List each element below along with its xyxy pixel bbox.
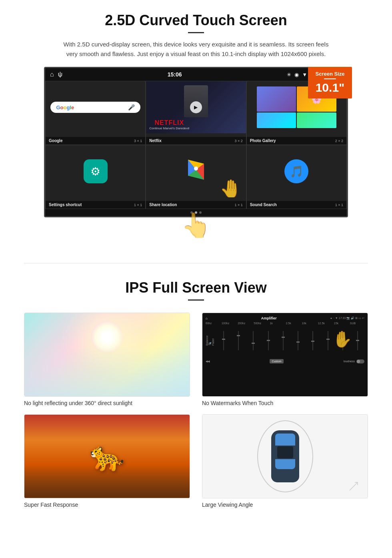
google-label-name: Google — [49, 138, 62, 143]
eq-col-6 — [291, 325, 304, 357]
sunlight-visual — [24, 313, 190, 396]
loudness-toggle[interactable] — [356, 359, 364, 363]
status-left-icons: ⌂ ψ — [50, 71, 62, 78]
eq-thumb-8 — [326, 339, 330, 340]
toggle-knob — [357, 360, 360, 363]
sound-search-label-name: Sound Search — [250, 203, 277, 207]
section2-title: IPS Full Screen View — [24, 279, 368, 296]
eq-thumb-2 — [237, 335, 240, 336]
status-bar: ⌂ ψ 15:06 ✳ ◉ ▼ 📷 🔊 ⊠ ▭ — [45, 68, 347, 81]
google-app-inner: Google 🎤 — [46, 81, 145, 133]
feature-sunlight-image — [24, 313, 190, 397]
settings-app-label: Settings shortcut 1 × 1 — [46, 201, 145, 209]
eq-col-3 — [247, 325, 260, 357]
gallery-thumb-1 — [257, 86, 296, 112]
section1-desc: With 2.5D curved-display screen, this de… — [60, 40, 332, 59]
section1-title: 2.5D Curved Touch Screen — [24, 12, 368, 29]
netflix-bg: ▶ NETFLIX Continue Marvel's Daredevil — [146, 81, 246, 133]
hand-pointer-icon: 👆 — [24, 211, 368, 239]
feature-sunlight-caption: No light reflecting under 360° direct su… — [24, 400, 190, 406]
device-screen: ⌂ ψ 15:06 ✳ ◉ ▼ 📷 🔊 ⊠ ▭ — [44, 67, 348, 217]
feature-cheetah-caption: Super Fast Response — [24, 502, 190, 508]
netflix-app-label: Netflix 3 × 2 — [146, 137, 246, 145]
car-windshield — [275, 434, 295, 446]
share-location-label: Share location 1 × 1 — [146, 201, 246, 209]
sky-gradient — [24, 346, 190, 396]
sound-search-inner: 🎵 — [247, 145, 346, 197]
feature-car-caption: Large Viewing Angle — [202, 502, 368, 508]
sound-search-label-size: 1 × 1 — [335, 203, 343, 207]
section-ips-screen: IPS Full Screen View No light reflecting… — [0, 275, 392, 520]
netflix-app-inner: ▶ NETFLIX Continue Marvel's Daredevil — [146, 81, 246, 133]
eq-track-6 — [298, 331, 298, 350]
status-time: 15:06 — [62, 71, 287, 78]
feature-amplifier: ⌂ Amplifier ● ·· ▼ 17:33 📷 🔊 ⊠ ▭ ↩ 60hz … — [202, 313, 368, 406]
screen-size-badge: Screen Size 10.1" — [308, 67, 352, 98]
netflix-logo: NETFLIX — [149, 119, 189, 126]
share-location-label-size: 1 × 1 — [234, 203, 242, 207]
amp-footer: ◀◀ Custom loudness — [206, 359, 364, 363]
gallery-label-size: 2 × 2 — [335, 139, 343, 143]
feature-sunlight: No light reflecting under 360° direct su… — [24, 313, 190, 406]
gallery-label-name: Photo Gallery — [250, 138, 276, 143]
feature-grid: No light reflecting under 360° direct su… — [24, 313, 368, 508]
car-rear-window — [275, 459, 295, 469]
car-roof — [277, 446, 293, 458]
eq-col-2 — [232, 325, 245, 357]
amp-header: ⌂ Amplifier ● ·· ▼ 17:33 📷 🔊 ⊠ ▭ ↩ — [206, 316, 364, 320]
google-logo: Google — [56, 104, 74, 110]
share-location-app-cell[interactable]: 🤚 Share location 1 × 1 — [146, 145, 246, 209]
section2-title-underline — [188, 299, 204, 301]
settings-app-inner: ⚙ — [46, 145, 145, 197]
badge-title: Screen Size — [311, 71, 349, 77]
feature-amplifier-caption: No Watermarks When Touch — [202, 400, 368, 406]
amp-custom-button[interactable]: Custom — [270, 359, 283, 363]
wifi-icon: ▼ — [302, 72, 307, 78]
cheetah-visual: 🐆 — [24, 415, 190, 498]
amp-home-icon: ⌂ — [206, 317, 208, 320]
section-curved-touch: 2.5D Curved Touch Screen With 2.5D curve… — [0, 0, 392, 251]
location-icon: ◉ — [294, 72, 299, 78]
settings-label-size: 1 × 1 — [134, 203, 142, 207]
eq-col-10 — [351, 325, 364, 357]
title-underline — [188, 32, 204, 33]
google-search-bar: Google 🎤 — [50, 102, 140, 113]
netflix-subtitle: Continue Marvel's Daredevil — [149, 126, 189, 130]
car-body — [271, 430, 299, 482]
loudness-label: loudness — [344, 360, 355, 363]
netflix-label-size: 3 × 2 — [234, 139, 242, 143]
settings-icon: ⚙ — [84, 159, 108, 183]
eq-track-3 — [253, 331, 254, 350]
sound-search-label: Sound Search 1 × 1 — [247, 201, 346, 209]
svg-point-4 — [194, 167, 198, 171]
feature-cheetah-image: 🐆 — [24, 414, 190, 498]
feature-car: Large Viewing Angle — [202, 414, 368, 508]
gallery-app-label: Photo Gallery 2 × 2 — [247, 137, 346, 145]
amp-loudness-control: loudness — [344, 359, 364, 363]
hand-pointer-area: 👆 — [24, 211, 368, 243]
share-location-inner: 🤚 — [146, 145, 246, 197]
gallery-thumb-4 — [297, 112, 336, 128]
eq-thumb-1 — [222, 339, 225, 340]
sound-search-app-cell[interactable]: 🎵 Sound Search 1 × 1 — [246, 145, 347, 209]
netflix-app-cell[interactable]: ▶ NETFLIX Continue Marvel's Daredevil Ne… — [146, 81, 246, 145]
eq-track-8 — [328, 331, 328, 350]
google-app-cell[interactable]: Google 🎤 Google 3 × 1 — [45, 81, 146, 145]
amp-status-icons: ● ·· ▼ 17:33 📷 🔊 ⊠ ▭ ↩ — [330, 317, 364, 320]
eq-thumb-7 — [311, 341, 314, 342]
car-visual — [202, 415, 368, 498]
section-divider — [24, 263, 368, 263]
badge-size: 10.1" — [311, 81, 349, 94]
eq-thumb-6 — [296, 341, 300, 343]
bluetooth-icon: ✳ — [287, 72, 291, 78]
amp-hand-icon: ✋ — [332, 330, 352, 349]
amp-arrow-left: ◀◀ — [206, 360, 210, 363]
amp-title: Amplifier — [261, 316, 277, 320]
eq-track-1 — [223, 331, 224, 350]
eq-thumb-5 — [282, 337, 285, 338]
car-view-circle — [257, 420, 313, 492]
eq-col-7 — [306, 325, 320, 357]
netflix-play-button[interactable]: ▶ — [190, 101, 202, 113]
settings-app-cell[interactable]: ⚙ Settings shortcut 1 × 1 — [45, 145, 146, 209]
google-label-size: 3 × 1 — [134, 139, 142, 143]
